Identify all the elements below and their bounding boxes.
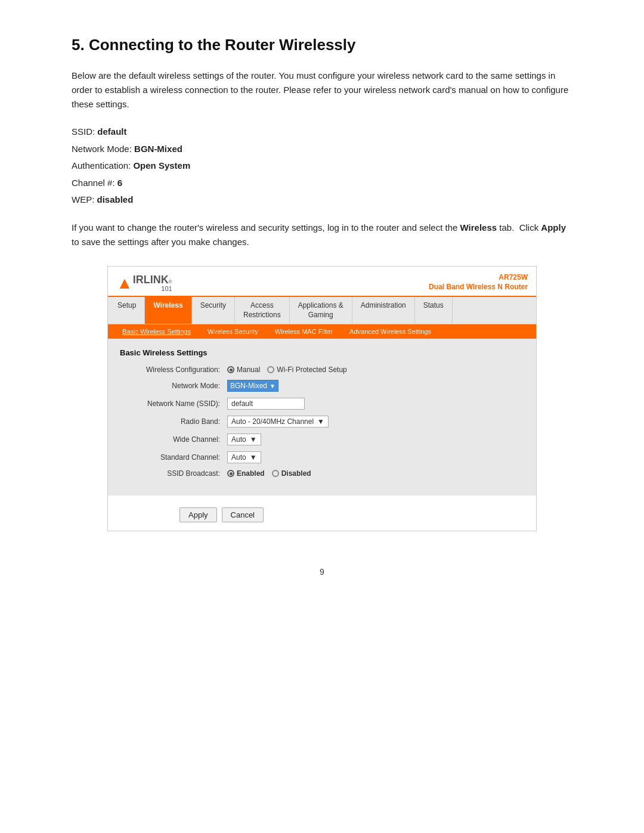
router-model: AR725W Dual Band Wireless N Router: [429, 272, 528, 293]
radio-enabled-label: Enabled: [237, 469, 265, 478]
logo-a-letter: ▲: [116, 275, 133, 292]
standard-channel-arrow: ▼: [250, 453, 257, 462]
subtab-wireless-security[interactable]: Wireless Security: [199, 324, 267, 339]
network-mode-row: Network Mode: BGN-Mixed ▼: [126, 380, 524, 392]
network-mode-select[interactable]: BGN-Mixed ▼: [227, 380, 278, 392]
radio-enabled-dot: [227, 470, 234, 477]
radio-wps-dot: [267, 366, 274, 373]
ssid-input[interactable]: default: [227, 398, 305, 410]
wide-channel-label: Wide Channel:: [126, 435, 227, 444]
ssid-broadcast-label: SSID Broadcast:: [126, 469, 227, 478]
network-mode-setting: Network Mode: BGN-Mixed: [72, 141, 572, 158]
subtab-advanced-wireless[interactable]: Advanced Wireless Settings: [341, 324, 439, 339]
ssid-row: Network Name (SSID): default: [126, 398, 524, 410]
radio-band-text: Auto - 20/40MHz Channel: [231, 417, 314, 426]
standard-channel-label: Standard Channel:: [126, 453, 227, 462]
network-mode-value: BGN-Mixed ▼: [227, 380, 278, 392]
logo-block: IRLINK ® 101: [133, 274, 172, 292]
channel-setting: Channel #: 6: [72, 175, 572, 192]
radio-band-select[interactable]: Auto - 20/40MHz Channel ▼: [227, 416, 329, 428]
apply-button[interactable]: Apply: [179, 507, 217, 522]
network-mode-arrow: ▼: [270, 383, 275, 389]
wep-setting: WEP: disabled: [72, 191, 572, 209]
wide-channel-select[interactable]: Auto ▼: [227, 433, 261, 445]
tab-setup[interactable]: Setup: [108, 297, 145, 324]
wide-channel-value: Auto ▼: [227, 433, 261, 445]
standard-channel-text: Auto: [231, 453, 246, 462]
ssid-setting: SSID: default: [72, 123, 572, 141]
nav-tabs: Setup Wireless Security AccessRestrictio…: [108, 297, 536, 324]
ssid-value: default: [227, 398, 305, 410]
tab-wireless[interactable]: Wireless: [145, 297, 191, 324]
radio-wps-label: Wi-Fi Protected Setup: [277, 366, 346, 374]
subtab-wireless-mac[interactable]: Wireless MAC Filter: [267, 324, 341, 339]
standard-channel-row: Standard Channel: Auto ▼: [126, 451, 524, 463]
auth-setting: Authentication: Open System: [72, 157, 572, 175]
section-title: Basic Wireless Settings: [120, 348, 524, 357]
wide-channel-row: Wide Channel: Auto ▼: [126, 433, 524, 445]
standard-channel-value: Auto ▼: [227, 451, 261, 463]
standard-channel-select[interactable]: Auto ▼: [227, 451, 261, 463]
subtab-basic-wireless[interactable]: Basic Wireless Settings: [114, 324, 199, 339]
intro-paragraph: Below are the default wireless settings …: [72, 69, 572, 112]
radio-wps[interactable]: Wi-Fi Protected Setup: [267, 366, 346, 374]
radio-band-label: Radio Band:: [126, 417, 227, 426]
page-title: 5. Connecting to the Router Wirelessly: [72, 36, 572, 54]
radio-manual[interactable]: Manual: [227, 366, 260, 374]
sub-tabs: Basic Wireless Settings Wireless Securit…: [108, 324, 536, 339]
logo-irlink-text: IRLINK: [133, 274, 169, 285]
radio-enabled[interactable]: Enabled: [227, 469, 265, 478]
router-screenshot: ▲ IRLINK ® 101 AR725W Dual Band Wireless…: [107, 266, 537, 532]
wide-channel-arrow: ▼: [250, 435, 257, 444]
radio-manual-dot: [227, 366, 234, 373]
logo-line1: IRLINK ®: [133, 274, 172, 285]
network-mode-text: BGN-Mixed: [230, 382, 267, 390]
form-table: Wireless Configuration: Manual Wi-Fi Pro…: [126, 366, 524, 478]
model-number: AR725W: [429, 272, 528, 283]
tab-security[interactable]: Security: [192, 297, 235, 324]
settings-list: SSID: default Network Mode: BGN-Mixed Au…: [72, 123, 572, 209]
ssid-label: Network Name (SSID):: [126, 400, 227, 408]
radio-band-arrow: ▼: [317, 417, 324, 426]
tab-applications-gaming[interactable]: Applications &Gaming: [290, 297, 352, 324]
radio-band-row: Radio Band: Auto - 20/40MHz Channel ▼: [126, 416, 524, 428]
router-header: ▲ IRLINK ® 101 AR725W Dual Band Wireless…: [108, 267, 536, 298]
wireless-config-label: Wireless Configuration:: [126, 366, 227, 374]
radio-band-value: Auto - 20/40MHz Channel ▼: [227, 416, 329, 428]
radio-disabled[interactable]: Disabled: [272, 469, 311, 478]
radio-disabled-label: Disabled: [281, 469, 311, 478]
wide-channel-text: Auto: [231, 435, 246, 444]
radio-disabled-dot: [272, 470, 279, 477]
ssid-broadcast-row: SSID Broadcast: Enabled Disabled: [126, 469, 524, 478]
wireless-config-value: Manual Wi-Fi Protected Setup: [227, 366, 347, 374]
ssid-broadcast-value: Enabled Disabled: [227, 469, 311, 478]
button-row: Apply Cancel: [179, 507, 536, 522]
content-area: Basic Wireless Settings Wireless Configu…: [108, 339, 536, 496]
tab-access-restrictions[interactable]: AccessRestrictions: [235, 297, 290, 324]
logo-101: 101: [161, 285, 172, 292]
tab-status[interactable]: Status: [415, 297, 453, 324]
page-number: 9: [72, 567, 572, 577]
note-paragraph: If you want to change the router's wirel…: [72, 221, 572, 249]
logo-registered: ®: [169, 279, 172, 284]
tab-administration[interactable]: Administration: [352, 297, 415, 324]
radio-manual-label: Manual: [237, 366, 260, 374]
wireless-config-row: Wireless Configuration: Manual Wi-Fi Pro…: [126, 366, 524, 374]
cancel-button[interactable]: Cancel: [222, 507, 264, 522]
router-logo: ▲ IRLINK ® 101: [116, 274, 172, 292]
model-subtitle: Dual Band Wireless N Router: [429, 282, 528, 292]
network-mode-label: Network Mode:: [126, 382, 227, 390]
